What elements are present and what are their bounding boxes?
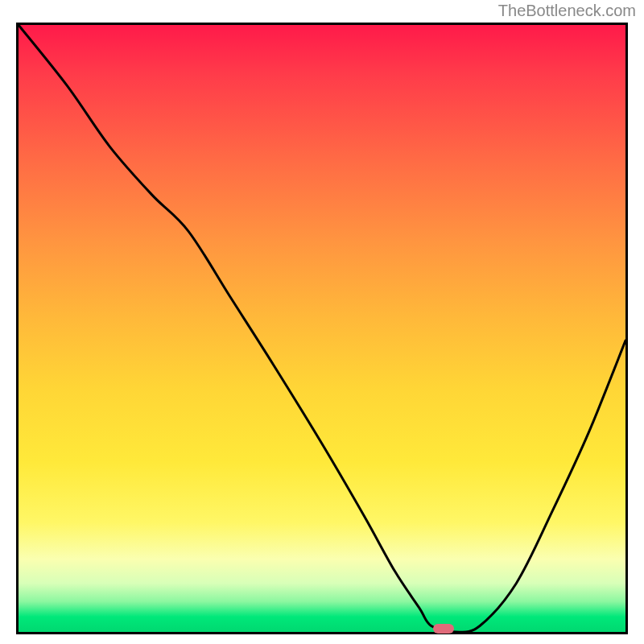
- watermark-text: TheBottleneck.com: [498, 2, 636, 20]
- chart-frame: [16, 23, 628, 634]
- optimal-point-marker: [433, 624, 454, 634]
- chart-gradient-background: [19, 25, 625, 632]
